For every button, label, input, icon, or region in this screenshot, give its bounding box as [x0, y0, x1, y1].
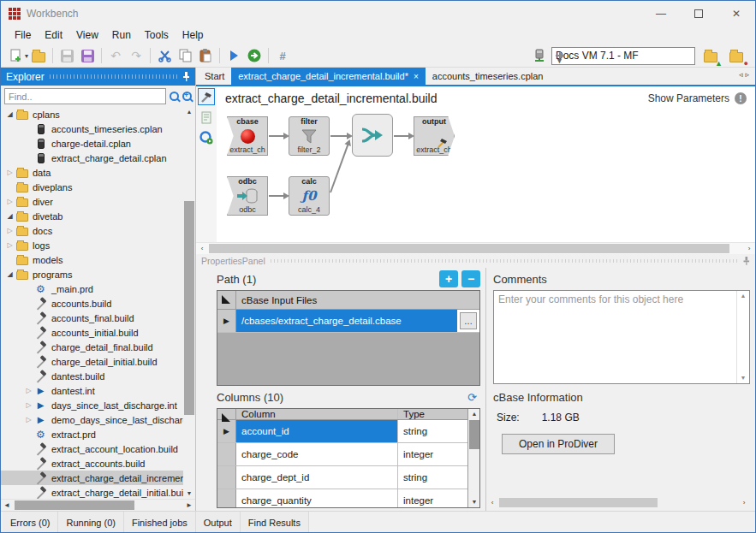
info-scroll-left-icon[interactable]: ‹: [486, 497, 498, 508]
canvas-horizontal-scrollbar[interactable]: ‹ ›: [196, 242, 755, 254]
node-odbc[interactable]: odbc odbc: [227, 176, 268, 216]
tree-item[interactable]: accounts.build: [1, 296, 183, 311]
status-tab-finished-jobs[interactable]: Finished jobs: [124, 512, 196, 533]
paste-button[interactable]: [196, 46, 215, 65]
columns-table-row[interactable]: ▶account_idstring: [217, 420, 467, 443]
tab-close-icon[interactable]: ×: [414, 72, 419, 81]
add-path-button[interactable]: +: [439, 270, 458, 287]
save-button[interactable]: [57, 46, 76, 65]
tree-item[interactable]: extract_accounts.build: [1, 456, 183, 471]
menu-item-edit[interactable]: Edit: [38, 27, 69, 43]
cut-button[interactable]: [155, 46, 174, 65]
columns-scroll-down-icon[interactable]: ▼: [468, 497, 480, 507]
columns-select-all[interactable]: [217, 409, 236, 419]
tree-item[interactable]: dantest.build: [1, 369, 183, 383]
properties-pin-icon[interactable]: [743, 257, 750, 265]
status-tab-find-results[interactable]: Find Results: [241, 512, 309, 533]
status-tab-running-[interactable]: Running (0): [58, 512, 123, 533]
tree-item[interactable]: ▷logs: [1, 238, 183, 252]
tree-item[interactable]: ◢programs: [1, 267, 183, 281]
tree-item[interactable]: ⚙_main.prd: [1, 281, 183, 296]
node-calc[interactable]: calc ƒ0 calc_4: [289, 176, 330, 216]
search-plus-icon[interactable]: [182, 92, 192, 101]
run-button[interactable]: [224, 46, 243, 65]
scroll-down-icon[interactable]: ▼: [183, 489, 195, 499]
tree-item[interactable]: charge-detail.cplan: [1, 136, 183, 151]
tree-item[interactable]: extract_account_location.build: [1, 441, 183, 456]
tree-item[interactable]: ▷docs: [1, 223, 183, 238]
tree-item[interactable]: ◢divetab: [1, 209, 183, 223]
tree-item[interactable]: ⚙extract.prd: [1, 427, 183, 441]
scroll-left-icon[interactable]: ◄: [1, 500, 13, 511]
schedule-run-button[interactable]: [198, 129, 215, 146]
tree-item[interactable]: charge_detail_initial.build: [1, 354, 183, 369]
redo-button[interactable]: ↷: [127, 46, 146, 65]
tree-item[interactable]: accounts_initial.build: [1, 325, 183, 340]
canvas-scroll-thumb[interactable]: [209, 244, 729, 253]
tree-item[interactable]: ◢cplans: [1, 107, 183, 121]
menu-item-run[interactable]: Run: [105, 27, 138, 43]
remove-path-button[interactable]: −: [461, 270, 480, 287]
info-scroll-right-icon[interactable]: ›: [738, 497, 750, 508]
expander-collapsed-icon[interactable]: ▷: [4, 169, 15, 176]
tree-hscroll-thumb[interactable]: [15, 500, 134, 510]
show-parameters-link[interactable]: Show Parameters: [648, 92, 729, 104]
column-name-cell[interactable]: charge_quantity: [236, 489, 397, 507]
find-input[interactable]: [4, 88, 166, 104]
row-selector[interactable]: [217, 443, 236, 465]
tree-item[interactable]: charge_detail_final.build: [1, 340, 183, 354]
column-type-cell[interactable]: integer: [397, 489, 467, 507]
open-in-prodiver-button[interactable]: Open in ProDiver: [502, 434, 615, 454]
menu-item-help[interactable]: Help: [176, 27, 211, 43]
row-selector-icon[interactable]: ▶: [217, 310, 236, 332]
column-name-cell[interactable]: account_id: [236, 420, 397, 442]
new-file-dropdown-icon[interactable]: ▾: [25, 52, 28, 60]
comments-input[interactable]: [494, 291, 749, 383]
columns-table-row[interactable]: charge_dept_idstring: [217, 466, 467, 489]
tree-item[interactable]: models: [1, 252, 183, 267]
column-type-cell[interactable]: string: [397, 466, 467, 489]
canvas-scroll-left-icon[interactable]: ‹: [196, 243, 208, 254]
copy-button[interactable]: [176, 46, 194, 65]
comments-scrollbar[interactable]: ▲ ▼: [736, 291, 749, 383]
refresh-columns-icon[interactable]: ⟳: [467, 391, 477, 404]
expander-expanded-icon[interactable]: ◢: [4, 110, 15, 118]
menu-item-tools[interactable]: Tools: [138, 27, 176, 43]
pin-icon[interactable]: [182, 72, 190, 81]
columns-table-row[interactable]: charge_codeinteger: [217, 443, 467, 466]
new-file-button[interactable]: [7, 46, 26, 65]
tab-inactive[interactable]: Start: [198, 68, 231, 85]
info-horizontal-scrollbar[interactable]: ‹ ›: [486, 497, 750, 509]
tree-item[interactable]: accounts_final.build: [1, 311, 183, 325]
open-folder-button[interactable]: [29, 46, 48, 65]
menu-item-file[interactable]: File: [8, 27, 38, 43]
tree-scroll-thumb[interactable]: [184, 201, 194, 415]
browse-path-button[interactable]: …: [460, 312, 477, 329]
grid-button[interactable]: #: [273, 46, 292, 65]
type-header[interactable]: Type: [397, 409, 467, 419]
tree-item[interactable]: ▷diver: [1, 194, 183, 209]
tab-scroll-arrows[interactable]: ◃▹: [739, 70, 752, 79]
close-button[interactable]: ✕: [717, 1, 755, 26]
columns-scroll-thumb[interactable]: [469, 420, 479, 449]
expander-expanded-icon[interactable]: ◢: [4, 212, 15, 220]
tree-item[interactable]: ▷▶days_since_last_discharge.int: [1, 398, 183, 412]
maximize-button[interactable]: [680, 1, 717, 26]
row-selector[interactable]: [217, 466, 236, 489]
tree-item[interactable]: extract_charge_detail_initial.build: [1, 485, 183, 499]
tree-vertical-scrollbar[interactable]: ▲ ▼: [183, 107, 195, 499]
close-server-project-button[interactable]: ●: [727, 46, 746, 65]
expander-collapsed-icon[interactable]: ▷: [23, 401, 34, 409]
go-remote-button[interactable]: [245, 46, 264, 65]
expander-collapsed-icon[interactable]: ▷: [4, 198, 15, 205]
column-type-cell[interactable]: integer: [397, 443, 467, 465]
table-select-all[interactable]: [217, 291, 236, 309]
comments-scroll-down-icon[interactable]: ▼: [737, 373, 749, 383]
tree-item[interactable]: extract_charge_detail.cplan: [1, 151, 183, 165]
cbase-path-cell[interactable]: /cbases/extract_charge_detail.cbase: [236, 310, 457, 332]
scroll-right-icon[interactable]: ►: [183, 500, 195, 511]
tree-item[interactable]: diveplans: [1, 180, 183, 194]
node-merge[interactable]: [352, 114, 393, 157]
tree-item[interactable]: ▷▶demo_days_since_last_discharge.int: [1, 412, 183, 427]
info-scroll-thumb[interactable]: [499, 498, 658, 507]
